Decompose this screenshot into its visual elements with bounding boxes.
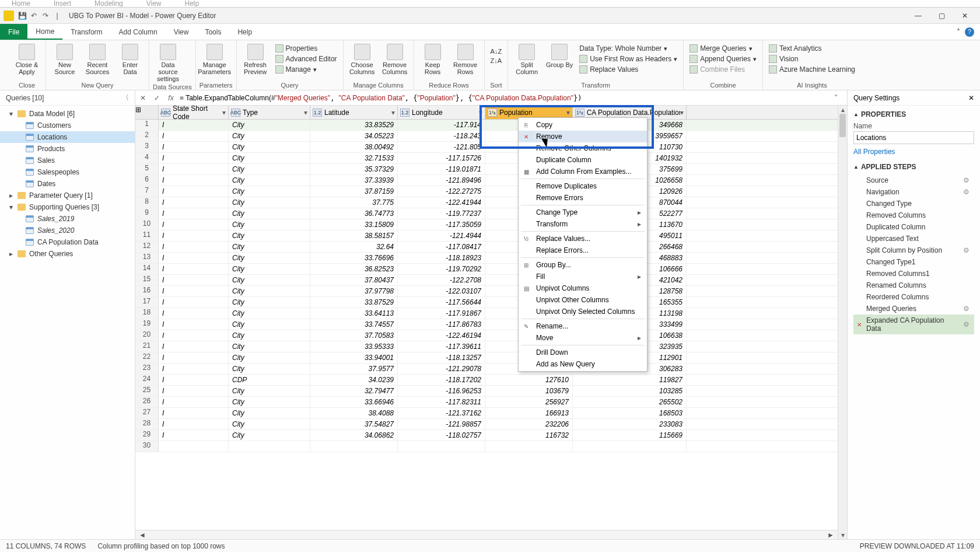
query-item[interactable]: Salespeoples <box>0 166 135 178</box>
formula-cancel[interactable]: ✕ <box>138 93 148 103</box>
table-row[interactable]: 19 I City 33.74557 -117.86783 333499 <box>135 319 838 330</box>
keep-rows-button[interactable]: Keep Rows <box>418 41 448 75</box>
tab-tools[interactable]: Tools <box>197 24 229 40</box>
split-column-button[interactable]: Split Column <box>512 41 542 75</box>
table-row[interactable]: 12 I City 32.64 -117.08417 266468 <box>135 242 838 253</box>
manage-parameters-button[interactable]: Manage Parameters <box>200 41 230 75</box>
qat-redo[interactable]: ↷ <box>40 12 51 20</box>
advanced-editor-button[interactable]: Advanced Editor <box>273 54 340 64</box>
query-settings-close[interactable]: ✕ <box>968 94 974 102</box>
col-header-type[interactable]: ABCType▾ <box>229 106 310 119</box>
applied-step[interactable]: Reordered Columns <box>853 291 974 303</box>
qat-save[interactable]: 💾 <box>17 12 27 20</box>
query-folder[interactable]: ▸Other Queries <box>0 248 135 260</box>
formula-commit[interactable]: ✓ <box>152 93 162 103</box>
close-button[interactable]: ✕ <box>953 8 977 24</box>
maximize-button[interactable]: ▢ <box>930 8 953 24</box>
sort-asc-button[interactable]: A↓Z <box>488 47 505 55</box>
table-row[interactable]: 27 I City 38.4088 -121.37162 166913 1685… <box>135 408 838 419</box>
table-row[interactable]: 6 I City 37.33939 -121.89496 1026658 <box>135 175 838 186</box>
first-row-headers-button[interactable]: Use First Row as Headers ▾ <box>577 54 680 64</box>
append-queries-button[interactable]: Append Queries ▾ <box>687 54 759 64</box>
query-folder[interactable]: ▸Parameter Query [1] <box>0 190 135 201</box>
ribbon-collapse[interactable]: ˄ <box>957 28 960 36</box>
tab-file[interactable]: File <box>0 24 27 40</box>
context-menu-item[interactable]: Fill▸ <box>519 271 647 282</box>
table-row[interactable]: 20 I City 37.70583 -122.46194 106638 <box>135 330 838 341</box>
context-menu-item[interactable]: Replace Errors... <box>519 244 647 256</box>
recent-sources-button[interactable]: Recent Sources <box>82 41 113 75</box>
group-by-button[interactable]: Group By <box>544 41 575 68</box>
close-apply-button[interactable]: Close & Apply <box>12 41 42 75</box>
context-menu-item[interactable]: ✕Remove <box>519 131 647 142</box>
col-header-longitude[interactable]: 1.2Longitude▾ <box>398 106 485 119</box>
query-item[interactable]: CA Population Data <box>0 236 135 248</box>
table-row[interactable]: 9 I City 36.74773 -119.77237 522277 <box>135 208 838 219</box>
context-menu-item[interactable]: ▦Add Column From Examples... <box>519 166 647 177</box>
tab-transform[interactable]: Transform <box>62 24 110 40</box>
table-row[interactable]: 24 I CDP 34.0239 -118.17202 127610 11982… <box>135 375 838 386</box>
minimize-button[interactable]: — <box>907 8 930 24</box>
azure-ml-button[interactable]: Azure Machine Learning <box>766 65 858 74</box>
choose-columns-button[interactable]: Choose Columns <box>347 41 377 75</box>
context-menu-item[interactable]: Transform▸ <box>519 218 647 230</box>
applied-step[interactable]: Navigation⚙ <box>853 186 974 198</box>
data-source-settings-button[interactable]: Data source settings <box>153 41 183 82</box>
table-row[interactable]: 10 I City 33.15809 -117.35059 113670 <box>135 219 838 230</box>
sort-desc-button[interactable]: Z↓A <box>488 57 505 65</box>
horizontal-scrollbar[interactable]: ◄► <box>135 530 838 539</box>
col-header-state-short-code[interactable]: ABCState Short Code▾ <box>159 106 229 119</box>
context-menu-item[interactable]: Unpivot Other Columns <box>519 294 647 306</box>
context-menu-item[interactable]: Unpivot Only Selected Columns <box>519 306 647 317</box>
tab-view[interactable]: View <box>166 24 197 40</box>
context-menu-item[interactable]: Remove Other Columns <box>519 142 647 154</box>
context-menu-item[interactable]: Remove Duplicates <box>519 180 647 192</box>
applied-step[interactable]: Source⚙ <box>853 174 974 186</box>
query-folder[interactable]: ▾Supporting Queries [3] <box>0 201 135 213</box>
query-item[interactable]: Sales_2019 <box>0 213 135 225</box>
table-row[interactable]: 13 I City 33.76696 -118.18923 468883 <box>135 253 838 264</box>
table-row[interactable]: 29 I City 34.06862 -118.02757 116732 115… <box>135 430 838 441</box>
applied-step[interactable]: Duplicated Column <box>853 221 974 233</box>
context-menu-item[interactable]: ⎘Copy <box>519 119 647 131</box>
applied-step[interactable]: Renamed Columns <box>853 280 974 291</box>
row-number-header[interactable]: ⊞ <box>135 106 159 119</box>
query-name-input[interactable] <box>853 131 974 144</box>
applied-step[interactable]: Expanded CA Population Data⚙ <box>853 315 974 334</box>
table-row[interactable]: 11 I City 38.58157 -121.4944 495011 <box>135 230 838 242</box>
table-row[interactable]: 17 I City 33.87529 -117.56644 165355 <box>135 297 838 308</box>
table-row[interactable]: 28 I City 37.54827 -121.98857 232206 233… <box>135 419 838 430</box>
context-menu-item[interactable]: Remove Errors <box>519 192 647 204</box>
data-type-button[interactable]: Data Type: Whole Number ▾ <box>577 44 680 53</box>
tab-help[interactable]: Help <box>229 24 260 40</box>
table-row[interactable]: 8 I City 37.775 -122.41944 870044 <box>135 197 838 208</box>
table-row[interactable]: 15 I City 37.80437 -122.2708 421042 <box>135 275 838 286</box>
context-menu-item[interactable]: Change Type▸ <box>519 207 647 218</box>
table-row[interactable]: 21 I City 33.95333 -117.39611 323935 <box>135 341 838 352</box>
table-row[interactable]: 16 I City 37.97798 -122.03107 128758 <box>135 286 838 297</box>
tab-add-column[interactable]: Add Column <box>111 24 166 40</box>
applied-step[interactable]: Removed Columns <box>853 209 974 221</box>
replace-values-button[interactable]: Replace Values <box>577 65 680 74</box>
context-menu-item[interactable]: ✎Rename... <box>519 320 647 332</box>
remove-rows-button[interactable]: Remove Rows <box>450 41 481 75</box>
qat-undo[interactable]: ↶ <box>29 12 39 20</box>
query-item[interactable]: Products <box>0 143 135 155</box>
queries-collapse[interactable]: 〈 <box>122 93 129 103</box>
manage-query-button[interactable]: Manage ▾ <box>273 65 340 74</box>
query-item[interactable]: Sales <box>0 155 135 166</box>
formula-fx[interactable]: fx <box>166 93 176 103</box>
applied-step[interactable]: Changed Type1 <box>853 256 974 268</box>
query-item[interactable]: Dates <box>0 178 135 190</box>
properties-button[interactable]: Properties <box>273 44 340 53</box>
query-folder[interactable]: ▾Data Model [6] <box>0 108 135 120</box>
context-menu-item[interactable]: Duplicate Column <box>519 154 647 166</box>
query-item[interactable]: Customers <box>0 120 135 131</box>
table-row[interactable]: 23 I City 37.9577 -121.29078 306283 <box>135 364 838 375</box>
formula-input[interactable]: = Table.ExpandTableColumn(#"Merged Queri… <box>180 94 831 102</box>
context-menu-item[interactable]: Move▸ <box>519 332 647 344</box>
refresh-preview-button[interactable]: Refresh Preview <box>240 41 271 75</box>
query-item[interactable]: Sales_2020 <box>0 225 135 236</box>
context-menu-item[interactable]: ▤Unpivot Columns <box>519 282 647 294</box>
text-analytics-button[interactable]: Text Analytics <box>766 44 858 53</box>
